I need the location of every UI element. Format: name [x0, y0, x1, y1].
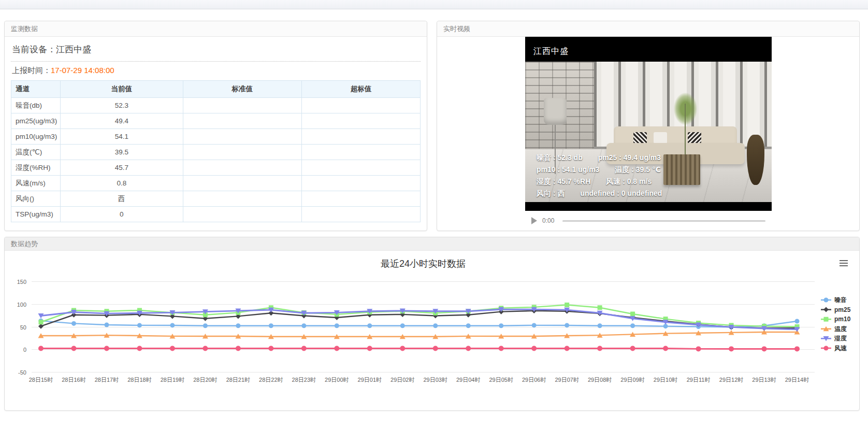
x-axis-label: 28日20时: [193, 377, 217, 383]
table-cell-exceed: [301, 113, 420, 129]
table-cell-exceed: [301, 160, 420, 176]
table-cell-channel: TSP(ug/m3): [11, 207, 61, 222]
sofa-pillow: [654, 132, 667, 144]
table-cell-current: 0: [60, 207, 183, 222]
x-axis-label: 29日03时: [423, 377, 447, 383]
video-player[interactable]: 江西中盛 噪音 : 52.3 dbpm25 : 49.4 ug/m3pm10 :…: [525, 37, 772, 211]
monitor-table-header-cell: 超标值: [301, 81, 420, 98]
decor-vase: [747, 135, 764, 185]
y-axis-label: 50: [20, 324, 26, 331]
video-panel-title: 实时视频: [443, 25, 470, 33]
table-cell-current: 52.3: [60, 98, 183, 113]
report-time-label: 上报时间：: [12, 66, 51, 75]
x-axis-label: 29日12时: [719, 377, 743, 383]
plant: [671, 93, 700, 154]
x-axis-label: 29日07时: [555, 377, 578, 383]
x-axis-label: 29日01时: [358, 377, 382, 383]
sensor-overlay-right: pm25 : 49.4 ug/m3: [598, 152, 661, 164]
table-cell-current: 0.8: [60, 176, 183, 191]
table-cell-current: 54.1: [60, 129, 183, 145]
table-cell-standard: [183, 145, 301, 160]
table-cell-channel: pm25(ug/m3): [11, 113, 61, 129]
video-time: 0:00: [542, 217, 554, 224]
lamp-shade: [544, 98, 567, 125]
monitor-panel-header: 监测数据: [5, 21, 427, 37]
table-cell-channel: 湿度(%RH): [11, 160, 61, 176]
x-axis-label: 28日16时: [62, 377, 85, 383]
table-row: 风向()西: [11, 191, 421, 207]
legend-label: 噪音: [834, 296, 847, 304]
sensor-overlay-row: pm10 : 54.1 ug/m3温度 : 39.5 ℃: [537, 164, 662, 176]
table-cell-standard: [183, 207, 301, 222]
hamburger-menu-icon[interactable]: [840, 260, 848, 267]
table-cell-standard: [183, 160, 301, 176]
monitor-panel-body: 当前设备：江西中盛 上报时间：17-07-29 14:08:00 通道当前值标准…: [5, 37, 427, 222]
sensor-overlay-left: pm10 : 54.1 ug/m3: [537, 164, 599, 176]
sensor-overlay-text: 噪音 : 52.3 dbpm25 : 49.4 ug/m3pm10 : 54.1…: [537, 152, 662, 199]
table-row: TSP(ug/m3)0: [11, 207, 421, 222]
table-cell-exceed: [301, 98, 420, 113]
report-time-line: 上报时间：17-07-29 14:08:00: [11, 62, 421, 80]
x-axis-label: 29日02时: [390, 377, 414, 383]
x-axis-label: 29日11时: [687, 377, 711, 383]
video-controls: 0:00: [525, 214, 772, 227]
y-axis-label: 0: [23, 347, 26, 353]
video-title-overlay: 江西中盛: [533, 46, 569, 57]
legend-item[interactable]: 湿度: [821, 335, 847, 342]
table-cell-current: 西: [60, 191, 183, 207]
series-风速: [38, 346, 800, 352]
sensor-overlay-right: 风速 : 0.8 m/s: [606, 176, 652, 188]
legend-label: 温度: [834, 325, 847, 333]
monitor-table-header-row: 通道当前值标准值超标值: [11, 81, 421, 98]
x-axis-label: 28日18时: [127, 377, 151, 383]
table-row: 湿度(%RH)45.7: [11, 160, 421, 176]
x-axis-label: 29日06时: [522, 377, 546, 383]
table-cell-exceed: [301, 129, 420, 145]
top-strip: [0, 0, 868, 9]
table-row: pm25(ug/m3)49.4: [11, 113, 421, 129]
sofa-pillow: [633, 132, 647, 144]
legend-item[interactable]: 温度: [821, 325, 847, 333]
monitor-panel-title: 监测数据: [11, 25, 38, 33]
table-cell-exceed: [301, 176, 420, 191]
chart-title: 最近24小时实时数据: [381, 259, 466, 269]
table-cell-channel: 噪音(db): [11, 98, 61, 113]
table-cell-channel: 风向(): [11, 191, 61, 207]
sensor-overlay-left: 噪音 : 52.3 db: [537, 152, 583, 164]
sensor-overlay-left: 湿度 : 45.7 %RH: [537, 176, 590, 188]
legend-label: 湿度: [834, 335, 847, 342]
trend-panel-title: 数据趋势: [11, 240, 38, 248]
table-cell-standard: [183, 129, 301, 145]
side-table: [663, 154, 700, 185]
x-axis-label: 28日22时: [259, 377, 283, 383]
table-cell-standard: [183, 98, 301, 113]
legend-item[interactable]: pm25: [821, 306, 851, 313]
play-icon[interactable]: [531, 217, 537, 224]
x-axis-labels: 28日15时28日16时28日17时28日18时28日19时28日20时28日2…: [29, 377, 809, 383]
table-cell-exceed: [301, 145, 420, 160]
x-axis-label: 28日19时: [161, 377, 184, 383]
sensor-overlay-row: 风向 : 西undefined : 0 undefined: [537, 188, 662, 199]
legend-label: 风速: [834, 345, 847, 352]
table-cell-standard: [183, 113, 301, 129]
video-progress-bar[interactable]: [562, 220, 765, 222]
legend-item[interactable]: 风速: [821, 345, 847, 352]
x-axis-label: 29日04时: [456, 377, 480, 383]
table-cell-current: 49.4: [60, 113, 183, 129]
sensor-overlay-row: 噪音 : 52.3 dbpm25 : 49.4 ug/m3: [537, 152, 662, 164]
trend-panel: 数据趋势 最近24小时实时数据150100500-5028日15时28日16时2…: [4, 237, 860, 411]
x-axis-label: 28日17时: [95, 377, 119, 383]
x-axis-label: 29日09时: [620, 377, 644, 383]
legend-label: pm25: [834, 306, 851, 313]
y-axis-label: 100: [17, 302, 26, 308]
sensor-overlay-left: 风向 : 西: [537, 188, 565, 199]
legend-item[interactable]: 噪音: [821, 296, 847, 304]
video-panel-header: 实时视频: [437, 21, 859, 37]
table-row: 风速(m/s)0.8: [11, 176, 421, 191]
table-row: pm10(ug/m3)54.1: [11, 129, 421, 145]
legend-item[interactable]: pm10: [821, 316, 851, 323]
table-row: 噪音(db)52.3: [11, 98, 421, 113]
x-axis-label: 29日05时: [489, 377, 513, 383]
monitor-table-header-cell: 标准值: [183, 81, 301, 98]
sensor-overlay-right: undefined : 0 undefined: [580, 188, 662, 199]
